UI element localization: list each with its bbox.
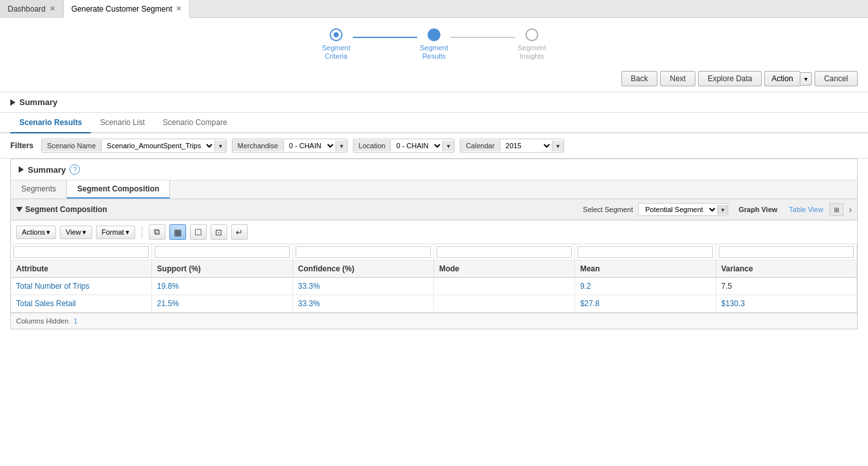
select-segment-label: Select Segment — [583, 206, 633, 213]
step-insights-circle — [525, 28, 538, 41]
col-header-mode: Mode — [433, 260, 574, 278]
filter-scenario-name-select[interactable]: Scenario_AmountSpent_Trips — [102, 139, 214, 152]
filter-merchandise: Merchandise 0 - CHAIN ▾ — [232, 139, 348, 153]
cancel-button[interactable]: Cancel — [815, 71, 858, 86]
filter-support — [151, 244, 292, 260]
filter-support-input[interactable] — [155, 246, 290, 258]
step-container: SegmentCriteria SegmentResults SegmentIn… — [322, 28, 546, 61]
cell-confidence-1: 33.3% — [292, 278, 433, 295]
data-table: Attribute Support (%) Confidence (%) Mod… — [11, 244, 857, 313]
filter-scenario-name-arrow[interactable]: ▾ — [214, 141, 226, 151]
actions-button[interactable]: Actions ▾ — [16, 226, 56, 239]
col-header-mean: Mean — [574, 260, 715, 278]
seg-comp-header-label: Segment Composition — [25, 205, 107, 214]
scenario-tabs: Scenario Results Scenario List Scenario … — [0, 113, 868, 133]
step-results-circle — [428, 28, 440, 41]
filter-merchandise-arrow[interactable]: ▾ — [335, 141, 347, 151]
filters-label: Filters — [10, 141, 33, 150]
segment-select[interactable]: Potential Segment — [639, 204, 717, 215]
inner-summary-collapse-icon — [19, 166, 24, 173]
table-view-button[interactable]: Table View — [784, 204, 828, 215]
cell-confidence-2: 33.3% — [292, 295, 433, 313]
toolbar-view-section: View ▾ — [60, 226, 92, 239]
cell-mode-1 — [433, 278, 574, 295]
filter-confidence-input[interactable] — [296, 246, 431, 258]
filter-calendar-label: Calendar — [460, 140, 500, 151]
back-button[interactable]: Back — [621, 71, 658, 86]
filter-calendar: Calendar 2015 ▾ — [460, 139, 564, 153]
filter-mean-input[interactable] — [578, 246, 713, 258]
filter-mean — [574, 244, 715, 260]
action-bar: Back Next Explore Data Action ▾ Cancel — [0, 66, 868, 92]
step-results-label: SegmentResults — [420, 44, 448, 61]
filter-mode-input[interactable] — [437, 246, 572, 258]
copy-icon-button[interactable]: ⧉ — [149, 224, 165, 240]
cell-mean-2: $27.8 — [574, 295, 715, 313]
filter-attribute-input[interactable] — [14, 246, 149, 258]
format-button[interactable]: Format ▾ — [96, 226, 135, 239]
explore-data-button[interactable]: Explore Data — [698, 71, 762, 86]
step-segment-insights[interactable]: SegmentInsights — [518, 28, 546, 61]
sub-tab-segment-composition[interactable]: Segment Composition — [67, 180, 170, 199]
filter-mode — [433, 244, 574, 260]
action-dropdown-button[interactable]: ▾ — [800, 72, 812, 86]
grid-settings-icon[interactable]: ⊞ — [829, 203, 844, 216]
help-icon[interactable]: ? — [70, 164, 80, 175]
seg-comp-left: Segment Composition — [16, 205, 107, 214]
view-label: View — [66, 228, 81, 236]
tab-dashboard-close[interactable]: ✕ — [50, 5, 55, 13]
segment-select-arrow[interactable]: ▾ — [717, 205, 728, 215]
filter-variance-input[interactable] — [719, 246, 854, 258]
toolbar: Actions ▾ View ▾ Format ▾ ⧉ ▦ ☐ ⊡ — [11, 220, 857, 244]
seg-comp-header: Segment Composition Select Segment Poten… — [11, 199, 857, 220]
tab-generate-customer-segment[interactable]: Generate Customer Segment ✕ — [64, 0, 191, 18]
toolbar-format-section: Format ▾ — [96, 226, 135, 239]
seg-comp-right: Select Segment Potential Segment ▾ Graph… — [583, 203, 852, 216]
cell-attribute-2[interactable]: Total Sales Retail — [11, 295, 151, 313]
actions-label: Actions — [22, 228, 45, 236]
table-filter-row — [11, 244, 857, 260]
table-row: Total Sales Retail 21.5% 33.3% $27.8 $13… — [11, 295, 857, 313]
expand-icon[interactable]: › — [849, 204, 852, 215]
summary-collapse-icon — [10, 99, 15, 106]
wizard-steps: SegmentCriteria SegmentResults SegmentIn… — [0, 18, 868, 66]
step-criteria-label: SegmentCriteria — [322, 44, 350, 61]
action-main-button[interactable]: Action — [764, 71, 799, 86]
summary-toggle[interactable]: Summary — [10, 97, 858, 107]
tab-scenario-results[interactable]: Scenario Results — [10, 113, 91, 133]
delete-icon-button[interactable]: ☐ — [190, 224, 207, 240]
table-header-row: Attribute Support (%) Confidence (%) Mod… — [11, 260, 857, 278]
cell-support-2: 21.5% — [151, 295, 292, 313]
inner-summary: Summary ? — [11, 159, 857, 180]
graph-view-button[interactable]: Graph View — [733, 204, 782, 215]
return-icon-button[interactable]: ↵ — [231, 224, 248, 240]
filter-calendar-arrow[interactable]: ▾ — [552, 141, 563, 151]
tab-scenario-results-label: Scenario Results — [19, 118, 82, 127]
table-view-icon-button[interactable]: ▦ — [169, 224, 186, 240]
filter-location-arrow[interactable]: ▾ — [442, 141, 454, 151]
filter-location-select[interactable]: 0 - CHAIN — [391, 139, 442, 152]
sub-tab-segments-label: Segments — [21, 184, 56, 193]
cell-mode-2 — [433, 295, 574, 313]
filter-calendar-select[interactable]: 2015 — [500, 139, 552, 152]
tab-scenario-compare[interactable]: Scenario Compare — [154, 113, 236, 133]
tab-generate-close[interactable]: ✕ — [176, 5, 182, 13]
step-segment-criteria[interactable]: SegmentCriteria — [322, 28, 350, 61]
sub-tab-segments[interactable]: Segments — [11, 180, 67, 199]
tab-generate-label: Generate Customer Segment — [71, 5, 173, 14]
toolbar-actions-section: Actions ▾ — [16, 226, 56, 239]
step-segment-results[interactable]: SegmentResults — [420, 28, 448, 61]
export-icon-button[interactable]: ⊡ — [211, 224, 227, 240]
filter-attribute — [11, 244, 151, 260]
view-button[interactable]: View ▾ — [60, 226, 92, 239]
cell-attribute-1[interactable]: Total Number of Trips — [11, 278, 151, 295]
format-dropdown-icon: ▾ — [126, 228, 129, 237]
action-split-button: Action ▾ — [764, 71, 811, 86]
tab-dashboard[interactable]: Dashboard ✕ — [0, 0, 64, 18]
next-button[interactable]: Next — [660, 71, 695, 86]
seg-comp-collapse-icon — [16, 207, 23, 212]
tab-scenario-list[interactable]: Scenario List — [91, 113, 153, 133]
filter-merchandise-select[interactable]: 0 - CHAIN — [284, 139, 335, 152]
filter-confidence — [292, 244, 433, 260]
format-label: Format — [102, 228, 124, 236]
